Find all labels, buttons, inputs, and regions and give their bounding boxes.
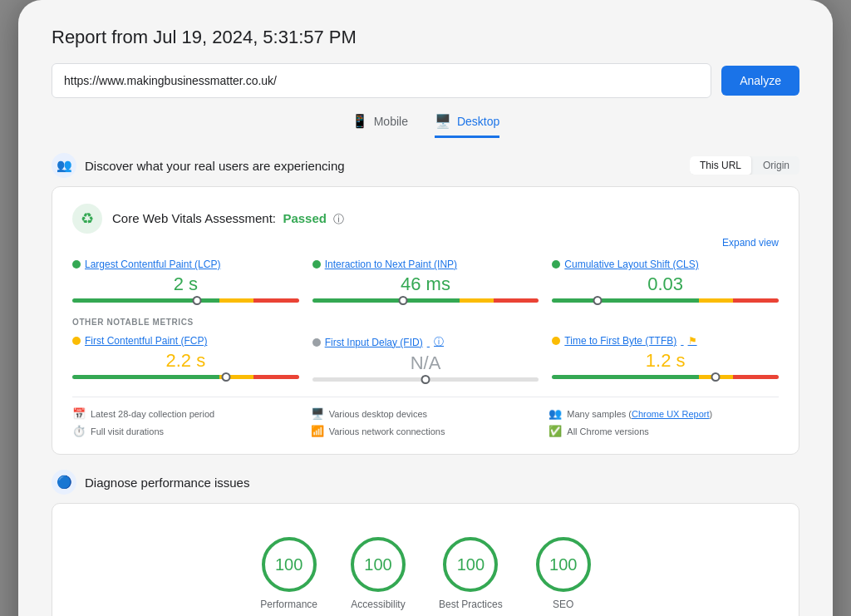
accessibility-circle: 100 [351,537,406,592]
inp-bar [312,298,539,303]
cls-marker [593,296,602,305]
lcp-label-text: Largest Contentful Paint (LCP) [85,259,220,270]
inp-label[interactable]: Interaction to Next Paint (INP) [312,259,539,270]
tab-mobile-label: Mobile [374,115,408,128]
lcp-bar [72,298,299,303]
diagnose-section: 🔵 Diagnose performance issues 100 Perfor… [52,470,799,616]
lcp-dot [72,260,81,269]
tab-mobile[interactable]: 📱 Mobile [352,113,408,138]
crux-section-title: Discover what your real users are experi… [85,159,345,173]
info-chrome-versions: ✅ All Chrome versions [548,425,779,437]
crux-section: 👥 Discover what your real users are expe… [52,153,799,455]
info-visit-durations: ⏱️ Full visit durations [72,425,303,437]
lcp-value: 2 s [72,274,299,295]
cwv-card: ♻ Core Web Vitals Assessment: Passed ⓘ E… [52,186,799,455]
ttfb-flag-icon: ⚑ [688,335,697,347]
ttfb-value: 1.2 s [552,350,779,372]
devices-icon: 🖥️ [311,407,324,420]
expand-view[interactable]: Expand view [72,237,779,249]
fcp-dot [72,337,81,345]
url-input[interactable] [52,63,711,98]
lcp-label[interactable]: Largest Contentful Paint (LCP) [72,259,299,270]
metric-ttfb: Time to First Byte (TTFB) ⚑ 1.2 s [552,335,779,383]
accessibility-label: Accessibility [351,599,405,610]
inp-value: 46 ms [312,274,539,295]
analyze-button[interactable]: Analyze [721,66,799,96]
origin-button[interactable]: Origin [753,156,799,175]
best-practices-value: 100 [457,555,485,574]
fcp-label[interactable]: First Contentful Paint (FCP) [72,335,299,347]
network-icon: 📶 [311,425,324,437]
metric-inp: Interaction to Next Paint (INP) 46 ms [312,259,539,304]
tab-desktop-label: Desktop [457,115,499,128]
seo-circle: 100 [536,537,591,592]
ttfb-bar [552,375,779,379]
cls-label-text: Cumulative Layout Shift (CLS) [564,259,698,270]
score-circles: 100 Performance 100 Accessibility 100 Be… [72,520,779,616]
page-title: Report from Jul 19, 2024, 5:31:57 PM [52,27,799,48]
score-best-practices: 100 Best Practices [439,537,503,610]
ttfb-dot [552,337,560,345]
calendar-icon: 📅 [72,407,86,420]
cls-value: 0.03 [552,274,779,295]
fid-value: N/A [312,352,539,374]
metric-cls: Cumulative Layout Shift (CLS) 0.03 [552,259,779,304]
score-seo: 100 SEO [536,537,591,610]
desktop-icon: 🖥️ [435,113,451,129]
fid-dot [312,338,321,347]
info-footer: 📅 Latest 28-day collection period 🖥️ Var… [72,397,779,437]
inp-marker [398,296,407,305]
url-origin-toggle: This URL Origin [690,156,799,175]
url-bar-row: Analyze [52,63,799,98]
seo-value: 100 [549,555,577,574]
device-frame: Report from Jul 19, 2024, 5:31:57 PM Ana… [18,0,833,616]
other-metrics-header: OTHER NOTABLE METRICS [72,318,779,327]
diagnose-title-row: 🔵 Diagnose performance issues [52,470,249,495]
diagnose-title: Diagnose performance issues [85,476,249,490]
fid-info-icon[interactable]: ⓘ [434,335,444,349]
cwv-header: ♻ Core Web Vitals Assessment: Passed ⓘ [72,204,779,234]
cls-label[interactable]: Cumulative Layout Shift (CLS) [552,259,779,270]
fid-marker [421,375,430,384]
timer-icon: ⏱️ [72,425,86,437]
crux-title-row: 👥 Discover what your real users are expe… [52,153,345,178]
inp-dot [312,260,321,269]
chrome-icon: ✅ [548,425,562,437]
cwv-title-text: Core Web Vitals Assessment: [112,211,276,225]
cwv-passed: Passed [283,211,327,225]
info-many-samples: 👥 Many samples (Chrome UX Report) [548,407,779,420]
fcp-value: 2.2 s [72,350,299,372]
score-accessibility: 100 Accessibility [351,537,406,610]
diagnose-icon: 🔵 [52,470,76,495]
fcp-label-text: First Contentful Paint (FCP) [85,335,207,347]
best-practices-label: Best Practices [439,599,503,610]
ttfb-label-text: Time to First Byte (TTFB) [564,335,676,347]
chrome-ux-report-link[interactable]: Chrome UX Report [632,409,710,419]
fcp-bar [72,375,299,379]
diagnose-card: 100 Performance 100 Accessibility 100 Be… [52,503,799,616]
samples-icon: 👥 [548,407,562,420]
tab-desktop[interactable]: 🖥️ Desktop [435,113,499,138]
performance-label: Performance [260,599,317,610]
cls-bar [552,298,779,303]
ttfb-label[interactable]: Time to First Byte (TTFB) ⚑ [552,335,779,347]
metric-lcp: Largest Contentful Paint (LCP) 2 s [72,259,299,304]
cls-dot [552,260,560,269]
fcp-marker [222,372,231,382]
performance-circle: 100 [262,537,317,592]
cwv-info-icon[interactable]: ⓘ [333,213,344,225]
info-network: 📶 Various network connections [311,425,541,437]
cwv-title: Core Web Vitals Assessment: Passed ⓘ [112,211,344,227]
fid-label[interactable]: First Input Delay (FID) ⓘ [312,335,539,349]
tabs-row: 📱 Mobile 🖥️ Desktop [52,113,799,138]
ttfb-marker [711,372,720,382]
seo-label: SEO [553,599,573,610]
accessibility-value: 100 [364,555,391,574]
lcp-marker [192,296,201,305]
main-metrics-grid: Largest Contentful Paint (LCP) 2 s Inter… [72,259,779,304]
other-metrics-grid: First Contentful Paint (FCP) 2.2 s First… [72,335,779,383]
fid-label-text: First Input Delay (FID) [325,337,423,348]
this-url-button[interactable]: This URL [690,156,751,175]
score-performance: 100 Performance [260,537,317,610]
metric-fid: First Input Delay (FID) ⓘ N/A [312,335,539,383]
